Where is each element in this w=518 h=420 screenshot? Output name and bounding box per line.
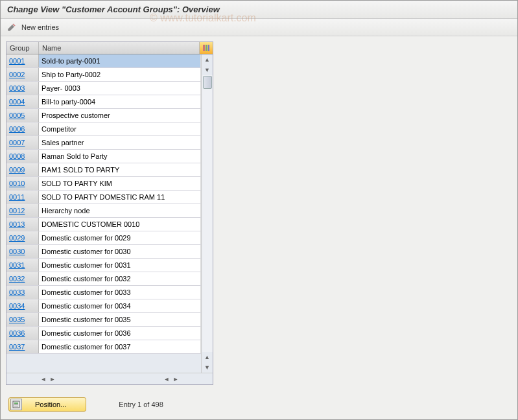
svg-rect-5: [14, 404, 18, 405]
group-cell[interactable]: 0032: [6, 272, 39, 285]
scroll-left-icon[interactable]: ◄: [39, 375, 48, 384]
group-cell[interactable]: 0011: [6, 191, 39, 204]
table-row[interactable]: 0002Ship to Party-0002: [6, 68, 201, 82]
column-header-name[interactable]: Name: [39, 42, 200, 54]
position-icon: [10, 399, 22, 410]
position-button[interactable]: Position...: [8, 397, 86, 412]
name-cell[interactable]: Sales partner: [39, 136, 201, 149]
name-cell[interactable]: Sold-to party-0001: [39, 54, 201, 67]
group-cell[interactable]: 0036: [6, 327, 39, 340]
svg-rect-6: [14, 406, 18, 406]
table-row[interactable]: 0037Domestic customer for 0037: [6, 340, 201, 354]
table-row[interactable]: 0001Sold-to party-0001: [6, 54, 201, 68]
name-cell[interactable]: Domestic customer for 0036: [39, 327, 201, 340]
name-cell[interactable]: Competitor: [39, 122, 201, 135]
group-cell[interactable]: 0006: [6, 122, 39, 135]
group-cell[interactable]: 0037: [6, 340, 39, 353]
name-cell[interactable]: SOLD TO PARTY KIM: [39, 177, 201, 190]
table-row[interactable]: 0030Domestic customer for 0030: [6, 245, 201, 259]
table-row[interactable]: 0012Hierarchy node: [6, 204, 201, 218]
toolbar: New entries: [1, 19, 517, 36]
table-row[interactable]: 0033Domestic customer for 0033: [6, 286, 201, 299]
name-cell[interactable]: SOLD TO PARTY DOMESTIC RAM 11: [39, 191, 201, 204]
name-cell[interactable]: Raman Sold to Party: [39, 150, 201, 163]
group-cell[interactable]: 0030: [6, 245, 39, 258]
group-cell[interactable]: 0033: [6, 286, 39, 299]
table-row[interactable]: 0036Domestic customer for 0036: [6, 327, 201, 340]
table-row[interactable]: 0009RAM1 SOLD TO PARTY: [6, 163, 201, 177]
table-row[interactable]: 0010SOLD TO PARTY KIM: [6, 177, 201, 191]
group-cell[interactable]: 0008: [6, 150, 39, 163]
group-cell[interactable]: 0009: [6, 163, 39, 176]
scroll-thumb[interactable]: [203, 76, 212, 89]
name-cell[interactable]: Domestic customer for 0033: [39, 286, 201, 299]
table-row[interactable]: 0013DOMESTIC CUSTOMER 0010: [6, 218, 201, 231]
table-row[interactable]: 0008Raman Sold to Party: [6, 150, 201, 163]
group-cell[interactable]: 0013: [6, 218, 39, 231]
table-row[interactable]: 0007Sales partner: [6, 136, 201, 150]
footer: Position... Entry 1 of 498: [8, 397, 163, 412]
svg-rect-2: [208, 45, 209, 51]
account-groups-table: Group Name 0001Sold-to party-00010002Shi…: [6, 41, 213, 385]
toggle-edit-icon[interactable]: [6, 21, 18, 33]
entry-status: Entry 1 of 498: [119, 401, 163, 408]
table-row[interactable]: 0011SOLD TO PARTY DOMESTIC RAM 11: [6, 191, 201, 204]
group-cell[interactable]: 0007: [6, 136, 39, 149]
group-cell[interactable]: 0005: [6, 109, 39, 122]
name-cell[interactable]: Ship to Party-0002: [39, 68, 201, 81]
name-cell[interactable]: Domestic customer for 0029: [39, 231, 201, 244]
group-cell[interactable]: 0001: [6, 54, 39, 67]
group-cell[interactable]: 0034: [6, 299, 39, 312]
table-header-row: Group Name: [6, 42, 213, 54]
scroll-up-end-icon[interactable]: ▲: [202, 352, 213, 362]
group-cell[interactable]: 0035: [6, 313, 39, 326]
scroll-right-end-icon[interactable]: ►: [171, 375, 180, 384]
svg-rect-0: [203, 45, 205, 51]
name-cell[interactable]: Domestic customer for 0032: [39, 272, 201, 285]
scroll-up-icon[interactable]: ▲: [202, 54, 213, 65]
group-cell[interactable]: 0012: [6, 204, 39, 217]
name-cell[interactable]: DOMESTIC CUSTOMER 0010: [39, 218, 201, 231]
name-cell[interactable]: Hierarchy node: [39, 204, 201, 217]
group-cell[interactable]: 0010: [6, 177, 39, 190]
table-row[interactable]: 0032Domestic customer for 0032: [6, 272, 201, 286]
table-row[interactable]: 0005Prospective customer: [6, 109, 201, 122]
table-row[interactable]: 0035Domestic customer for 0035: [6, 313, 201, 327]
group-cell[interactable]: 0002: [6, 68, 39, 81]
group-cell[interactable]: 0003: [6, 82, 39, 95]
group-cell[interactable]: 0029: [6, 231, 39, 244]
new-entries-button[interactable]: New entries: [21, 23, 59, 31]
scroll-down-end-icon[interactable]: ▼: [202, 362, 213, 373]
position-button-label: Position...: [35, 401, 66, 408]
name-cell[interactable]: Domestic customer for 0031: [39, 259, 201, 272]
right-pane: [220, 41, 512, 385]
main-content: Group Name 0001Sold-to party-00010002Shi…: [1, 36, 517, 390]
scroll-left-end-icon[interactable]: ◄: [162, 375, 171, 384]
table-row[interactable]: 0029Domestic customer for 0029: [6, 231, 201, 245]
table-row[interactable]: 0034Domestic customer for 0034: [6, 299, 201, 313]
name-cell[interactable]: Bill-to party-0004: [39, 95, 201, 108]
group-cell[interactable]: 0031: [6, 259, 39, 272]
table-row[interactable]: 0004Bill-to party-0004: [6, 95, 201, 109]
group-cell[interactable]: 0004: [6, 95, 39, 108]
column-header-group[interactable]: Group: [6, 42, 39, 54]
scroll-down-icon[interactable]: ▼: [202, 65, 213, 75]
name-cell[interactable]: Payer- 0003: [39, 82, 201, 95]
table-row[interactable]: 0003Payer- 0003: [6, 82, 201, 95]
table-row[interactable]: 0031Domestic customer for 0031: [6, 259, 201, 272]
name-cell[interactable]: Domestic customer for 0030: [39, 245, 201, 258]
name-cell[interactable]: Domestic customer for 0034: [39, 299, 201, 312]
name-cell[interactable]: Domestic customer for 0037: [39, 340, 201, 353]
table-settings-icon[interactable]: [200, 42, 213, 54]
page-title: Change View "Customer Account Groups": O…: [1, 1, 517, 19]
name-cell[interactable]: Domestic customer for 0035: [39, 313, 201, 326]
vertical-scrollbar[interactable]: ▲ ▼ ▲ ▼: [201, 54, 213, 373]
name-cell[interactable]: RAM1 SOLD TO PARTY: [39, 163, 201, 176]
svg-rect-1: [206, 45, 207, 51]
scroll-right-icon[interactable]: ►: [48, 375, 57, 384]
svg-rect-4: [14, 402, 18, 404]
table-row[interactable]: 0006Competitor: [6, 122, 201, 136]
scroll-track[interactable]: [202, 75, 213, 352]
horizontal-scrollbar[interactable]: ◄ ► ◄ ►: [6, 373, 213, 384]
name-cell[interactable]: Prospective customer: [39, 109, 201, 122]
